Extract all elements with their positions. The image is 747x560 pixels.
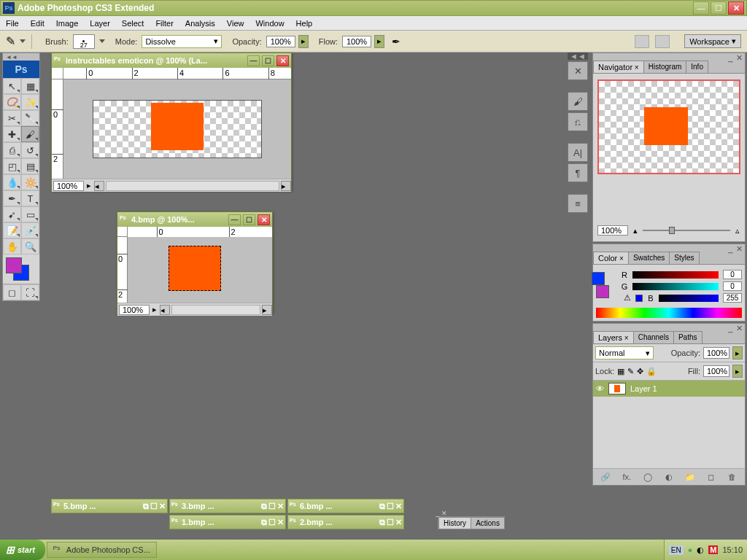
pen-tool[interactable]: ✒: [3, 190, 21, 206]
gamut-warning-icon[interactable]: ⚠: [624, 293, 631, 303]
language-indicator[interactable]: EN: [669, 545, 684, 555]
tab-actions[interactable]: Actions: [471, 517, 505, 529]
b-slider[interactable]: [659, 295, 719, 302]
flow-input[interactable]: 100%: [342, 36, 371, 47]
fill-arrow[interactable]: ▸: [732, 365, 743, 378]
tab-history[interactable]: History: [438, 517, 471, 529]
menu-help[interactable]: Help: [290, 18, 319, 29]
layer-fx-icon[interactable]: fx.: [620, 471, 633, 483]
clock[interactable]: 15:10: [722, 545, 743, 554]
lock-all-icon[interactable]: 🔒: [646, 367, 657, 376]
tab-styles[interactable]: Styles: [669, 252, 699, 264]
brush-dropdown-icon[interactable]: [99, 39, 105, 43]
menu-layer[interactable]: Layer: [84, 18, 116, 29]
min-doc-5bmp[interactable]: Ps5.bmp ...⧉☐✕: [51, 499, 168, 513]
color-fg-swatch[interactable]: [596, 285, 609, 298]
heal-tool[interactable]: ✚: [3, 126, 21, 142]
taskbar-item-photoshop[interactable]: Ps Adobe Photoshop CS...: [47, 542, 157, 558]
scroll-right-icon[interactable]: ▸: [262, 305, 272, 315]
scrollbar-h[interactable]: [106, 181, 279, 191]
layer-row-1[interactable]: 👁 Layer 1: [593, 381, 745, 397]
doc-4bmp-zoom[interactable]: 100%: [119, 305, 150, 315]
min-doc-2bmp[interactable]: Ps2.bmp ...⧉☐✕: [287, 515, 404, 529]
canvas-main[interactable]: [63, 79, 291, 179]
lock-pixels-icon[interactable]: ✎: [627, 367, 634, 376]
lock-transparency-icon[interactable]: ▦: [617, 367, 624, 376]
menu-select[interactable]: Select: [116, 18, 150, 29]
quickmask-tool[interactable]: ◻: [3, 284, 21, 300]
scroll-left-icon[interactable]: ◂: [94, 181, 104, 191]
menu-window[interactable]: Window: [249, 18, 290, 29]
doc-main-zoom[interactable]: 100%: [53, 181, 84, 191]
layer-opacity-input[interactable]: 100%: [703, 347, 729, 359]
notes-tool[interactable]: 📝: [3, 222, 21, 238]
r-value[interactable]: 0: [723, 270, 742, 279]
menu-file[interactable]: File: [0, 18, 25, 29]
vdock-clone-icon[interactable]: ⎌: [568, 112, 588, 131]
blur-tool[interactable]: 💧: [3, 174, 21, 190]
doc-main-title-bar[interactable]: Ps instructables emoticon @ 100% (La... …: [52, 53, 291, 68]
adjustment-layer-icon[interactable]: ◐: [662, 471, 676, 483]
visibility-icon[interactable]: 👁: [596, 384, 604, 393]
shape-tool[interactable]: ▭: [21, 206, 39, 222]
type-tool[interactable]: T: [21, 190, 39, 206]
tab-info[interactable]: Info: [686, 61, 708, 73]
foreground-color-swatch[interactable]: [6, 257, 22, 273]
link-layers-icon[interactable]: 🔗: [599, 471, 612, 483]
lock-position-icon[interactable]: ✥: [637, 367, 643, 376]
fill-input[interactable]: 100%: [703, 365, 729, 377]
gradient-tool[interactable]: ▤: [21, 158, 39, 174]
doc-4bmp-minimize[interactable]: —: [228, 214, 241, 225]
menu-view[interactable]: View: [221, 18, 250, 29]
airbrush-icon[interactable]: ✒: [392, 36, 400, 47]
dodge-tool[interactable]: 🔆: [21, 174, 39, 190]
workspace-button[interactable]: Workspace▾: [684, 34, 741, 48]
r-slider[interactable]: [632, 271, 719, 279]
brush-tool-icon[interactable]: ✎: [6, 34, 15, 48]
brush-preset-picker[interactable]: 27: [73, 34, 95, 49]
doc-4bmp-close[interactable]: ✕: [258, 214, 270, 225]
scroll-right-icon[interactable]: ▸: [281, 181, 291, 191]
eyedropper-tool[interactable]: 💉: [21, 222, 39, 238]
crop-tool[interactable]: ✂: [3, 110, 21, 126]
b-value[interactable]: 255: [723, 293, 742, 303]
tab-layers[interactable]: Layers ×: [593, 331, 634, 343]
marquee-tool[interactable]: ▦: [21, 78, 39, 94]
doc-main-close[interactable]: ✕: [276, 55, 289, 66]
menu-image[interactable]: Image: [50, 18, 85, 29]
vdock-grip[interactable]: ◄◄: [568, 52, 588, 60]
bridge-icon[interactable]: [655, 35, 670, 48]
history-panel-grip[interactable]: ⎯ ✕: [436, 510, 504, 517]
history-panel-minimized[interactable]: History Actions ⎯ ✕: [438, 516, 505, 529]
file-browser-icon[interactable]: [635, 35, 649, 48]
navigator-grip[interactable]: ⎯✕: [593, 53, 745, 61]
min-doc-1bmp[interactable]: Ps1.bmp ...⧉☐✕: [169, 515, 286, 529]
color-spectrum[interactable]: [596, 308, 742, 318]
navigator-zoom-slider[interactable]: [643, 230, 730, 231]
zoom-in-icon[interactable]: ▵: [733, 226, 742, 235]
tab-paths[interactable]: Paths: [673, 331, 703, 343]
color-grip[interactable]: ⎯✕: [593, 244, 745, 252]
doc-4bmp-maximize[interactable]: ☐: [243, 214, 255, 225]
start-button[interactable]: ⊞ start: [0, 540, 45, 560]
vdock-layercomps-icon[interactable]: ≡: [568, 194, 588, 213]
blend-mode-select[interactable]: Normal▾: [595, 346, 654, 359]
menu-filter[interactable]: Filter: [150, 18, 179, 29]
min-doc-3bmp[interactable]: Ps3.bmp ...⧉☐✕: [169, 499, 286, 513]
tray-icon-3[interactable]: M: [708, 545, 718, 554]
screenmode-tool[interactable]: ⛶: [21, 284, 39, 300]
layer-name[interactable]: Layer 1: [630, 384, 657, 393]
doc-main-maximize[interactable]: ☐: [262, 55, 274, 66]
menu-analysis[interactable]: Analysis: [179, 18, 221, 29]
toolbox-grip[interactable]: ◄◄: [3, 53, 39, 61]
trash-icon[interactable]: 🗑: [725, 471, 738, 483]
blend-mode-select[interactable]: Dissolve▾: [142, 35, 222, 48]
navigator-preview[interactable]: [597, 79, 740, 174]
doc-main-minimize[interactable]: —: [247, 55, 260, 66]
tab-swatches[interactable]: Swatches: [628, 252, 670, 264]
close-button[interactable]: ✕: [728, 1, 744, 15]
menu-edit[interactable]: Edit: [25, 18, 50, 29]
minimize-button[interactable]: —: [693, 1, 709, 15]
wand-tool[interactable]: ✨: [21, 94, 39, 110]
flow-arrow-icon[interactable]: ▸: [374, 35, 384, 48]
